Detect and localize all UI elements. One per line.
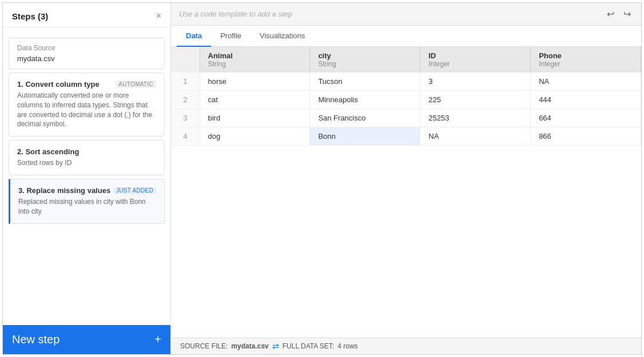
step-3-header: 3. Replace missing values JUST ADDED	[18, 186, 156, 195]
steps-list: Data Source mydata.csv 1. Convert column…	[3, 27, 170, 325]
cell-phone: 866	[531, 127, 641, 146]
col-name-city: city	[318, 51, 331, 60]
step-card-1[interactable]: 1. Convert column type AUTOMATIC Automat…	[9, 73, 165, 137]
data-table-container: Animal String city String ID Integer P	[171, 47, 641, 338]
cell-animal: dog	[200, 127, 310, 146]
table-body: 1horseTucson3NA2catMinneapolis2254443bir…	[171, 73, 641, 146]
cell-id: 3	[420, 73, 531, 91]
toolbar: Use a code template to add a step ↩ ↪	[171, 3, 641, 26]
col-header-phone[interactable]: Phone Integer	[531, 47, 641, 73]
data-source-filename: mydata.csv	[17, 54, 156, 63]
new-step-button[interactable]: New step +	[3, 325, 170, 354]
col-header-animal[interactable]: Animal String	[200, 47, 310, 73]
cell-id: NA	[420, 127, 531, 146]
col-name-phone: Phone	[539, 51, 562, 60]
tab-profile[interactable]: Profile	[211, 26, 251, 47]
table-row: 4dogBonnNA866	[171, 127, 641, 146]
sync-icon: ⇄	[272, 342, 279, 351]
cell-rownum: 4	[171, 127, 200, 146]
cell-animal: bird	[200, 109, 310, 127]
col-type-phone: Integer	[539, 60, 633, 68]
table-row: 1horseTucson3NA	[171, 73, 641, 91]
sidebar: Steps (3) × Data Source mydata.csv 1. Co…	[3, 3, 171, 354]
step-card-3[interactable]: 3. Replace missing values JUST ADDED Rep…	[9, 179, 165, 224]
cell-animal: horse	[200, 73, 310, 91]
toolbar-placeholder: Use a code template to add a step	[179, 10, 292, 18]
cell-rownum: 1	[171, 73, 200, 91]
sidebar-title: Steps (3)	[12, 11, 48, 21]
table-header-row: Animal String city String ID Integer P	[171, 47, 641, 73]
table-row: 2catMinneapolis225444	[171, 91, 641, 109]
step-card-2[interactable]: 2. Sort ascending Sorted rows by ID	[9, 140, 165, 175]
tab-visualizations[interactable]: Visualizations	[251, 26, 314, 47]
step-2-header: 2. Sort ascending	[17, 147, 156, 156]
cell-rownum: 3	[171, 109, 200, 127]
undo-button[interactable]: ↩	[605, 7, 617, 21]
full-dataset-label: FULL DATA SET:	[283, 342, 334, 350]
new-step-label: New step	[12, 333, 59, 346]
tab-data[interactable]: Data	[177, 26, 211, 47]
close-button[interactable]: ×	[156, 11, 161, 21]
tabs-bar: Data Profile Visualizations	[171, 26, 641, 47]
source-filename: mydata.csv	[231, 342, 268, 350]
new-step-icon: +	[154, 333, 161, 346]
col-name-animal: Animal	[208, 51, 233, 60]
table-row: 3birdSan Francisco25253664	[171, 109, 641, 127]
step-1-header: 1. Convert column type AUTOMATIC	[17, 80, 156, 89]
step-3-description: Replaced missing values in city with Bon…	[18, 197, 156, 216]
cell-id: 25253	[420, 109, 531, 127]
cell-city: Minneapolis	[310, 91, 420, 109]
row-count: 4 rows	[337, 342, 357, 350]
toolbar-actions: ↩ ↪	[605, 7, 633, 21]
status-bar: SOURCE FILE: mydata.csv ⇄ FULL DATA SET:…	[171, 338, 641, 354]
cell-city: Tucson	[310, 73, 420, 91]
data-table: Animal String city String ID Integer P	[171, 47, 641, 146]
cell-id: 225	[420, 91, 531, 109]
step-1-description: Automatically converted one or more colu…	[17, 91, 156, 129]
cell-animal: cat	[200, 91, 310, 109]
data-source-card[interactable]: Data Source mydata.csv	[9, 38, 165, 69]
col-header-id[interactable]: ID Integer	[420, 47, 531, 73]
col-name-id: ID	[428, 51, 436, 60]
col-header-city[interactable]: city String	[310, 47, 420, 73]
redo-button[interactable]: ↪	[621, 7, 633, 21]
step-2-description: Sorted rows by ID	[17, 158, 156, 168]
cell-phone: 444	[531, 91, 641, 109]
step-2-label: 2. Sort ascending	[17, 147, 79, 156]
step-3-badge: JUST ADDED	[113, 187, 156, 194]
content-area: Use a code template to add a step ↩ ↪ Da…	[171, 3, 641, 354]
cell-rownum: 2	[171, 91, 200, 109]
cell-phone: NA	[531, 73, 641, 91]
cell-phone: 664	[531, 109, 641, 127]
source-file-label: SOURCE FILE:	[180, 342, 228, 350]
col-type-animal: String	[208, 60, 302, 68]
col-type-id: Integer	[428, 60, 522, 68]
step-1-label: 1. Convert column type	[17, 80, 100, 89]
col-header-rownum	[171, 47, 200, 73]
cell-city: San Francisco	[310, 109, 420, 127]
cell-city: Bonn	[310, 127, 420, 146]
col-type-city: String	[318, 60, 412, 68]
step-3-label: 3. Replace missing values	[18, 186, 110, 195]
data-source-label: Data Source	[17, 44, 156, 52]
sidebar-header: Steps (3) ×	[3, 3, 170, 27]
step-1-badge: AUTOMATIC	[116, 81, 156, 88]
